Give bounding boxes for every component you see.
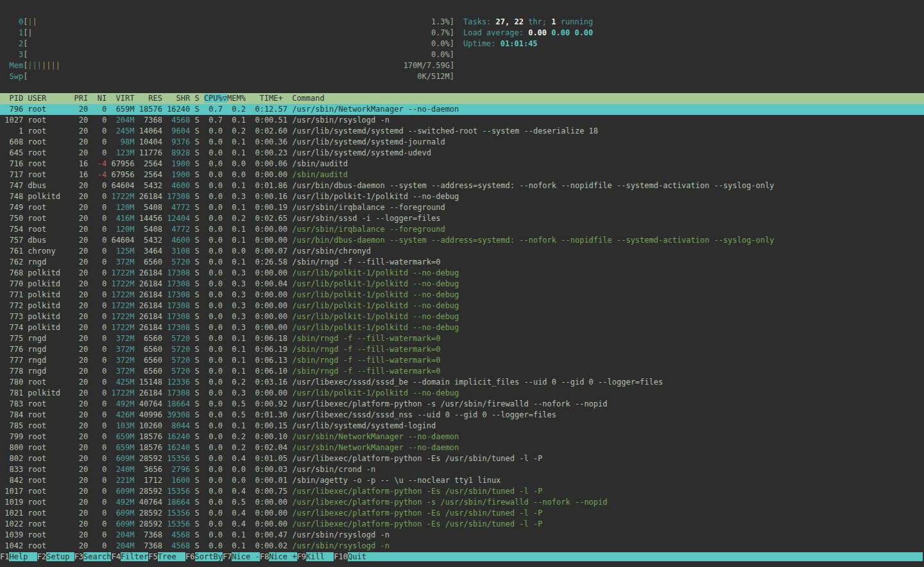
cell-res: 18576 (139, 443, 167, 452)
fnkey-f7-label[interactable]: Nice - (232, 552, 259, 561)
process-row[interactable]: 833 root 20 0 240M 3656 2796 S 0.0 0.0 0… (0, 464, 924, 475)
fnkey-f5[interactable]: F5 (148, 552, 157, 561)
process-row[interactable]: 778 rngd 20 0 372M 6560 5720 S 0.0 0.1 0… (0, 366, 924, 377)
cell-state: S (195, 137, 204, 146)
fnkey-f2[interactable]: F2 (37, 552, 46, 561)
fnkey-f2-label[interactable]: Setup (46, 552, 74, 561)
process-row[interactable]: 1022 root 20 0 609M 28592 15356 S 0.0 0.… (0, 519, 924, 530)
table-header-row[interactable]: PID USER PRI NI VIRT RES SHR S CPU%▽MEM%… (0, 93, 924, 104)
process-row[interactable]: 1021 root 20 0 609M 28592 15356 S 0.0 0.… (0, 508, 924, 519)
process-row[interactable]: 645 root 20 0 123M 11776 8928 S 0.0 0.1 … (0, 148, 924, 159)
cell-nice: 0 (93, 367, 112, 376)
process-row[interactable]: 754 root 20 0 120M 5408 4772 S 0.0 0.1 0… (0, 224, 924, 235)
process-row[interactable]: 777 rngd 20 0 372M 6560 5720 S 0.0 0.1 0… (0, 355, 924, 366)
process-row[interactable]: 749 root 20 0 120M 5408 4772 S 0.0 0.1 0… (0, 202, 924, 213)
cell-time: 0:06.13 (255, 356, 292, 365)
fnkey-f3-label[interactable]: Search (83, 552, 111, 561)
cell-time: 0:00.16 (255, 192, 292, 201)
cell-res: 3464 (139, 247, 167, 256)
cell-cpu-percent: 0.7 (204, 116, 227, 125)
fnkey-f1[interactable]: F1 (0, 552, 9, 561)
process-row[interactable]: 802 root 20 0 609M 28592 15356 S 0.0 0.4… (0, 453, 924, 464)
process-row[interactable]: 608 root 20 0 98M 10404 9376 S 0.0 0.1 0… (0, 137, 924, 148)
process-row[interactable]: 1019 root 20 0 492M 40764 18664 S 0.0 0.… (0, 497, 924, 508)
cell-mem-percent: 0.4 (227, 509, 255, 518)
cell-shr: 17308 (167, 388, 194, 397)
process-row[interactable]: 780 root 20 0 425M 15148 12336 S 0.0 0.2… (0, 377, 924, 388)
fnkey-f4[interactable]: F4 (111, 552, 120, 561)
process-row[interactable]: 771 polkitd 20 0 1722M 26184 17308 S 0.0… (0, 290, 924, 301)
fnkey-f8[interactable]: F8 (260, 552, 269, 561)
fnkey-f9-label[interactable]: Kill (306, 552, 334, 561)
fnkey-f8-label[interactable]: Nice + (269, 552, 296, 561)
process-row[interactable]: 781 polkitd 20 0 1722M 26184 17308 S 0.0… (0, 388, 924, 399)
process-row[interactable]: 775 rngd 20 0 372M 6560 5720 S 0.0 0.1 0… (0, 333, 924, 344)
process-row[interactable]: 774 polkitd 20 0 1722M 26184 17308 S 0.0… (0, 322, 924, 333)
fnkey-f5-label[interactable]: Tree (158, 552, 185, 561)
cell-res: 7368 (139, 116, 167, 125)
cell-nice: 0 (93, 247, 112, 256)
cell-res: 6560 (139, 257, 167, 266)
cell-virt: 204M (111, 530, 139, 539)
process-row[interactable]: 716 root 16 -4 67956 2564 1900 S 0.0 0.0… (0, 159, 924, 170)
process-row[interactable]: 773 polkitd 20 0 1722M 26184 17308 S 0.0… (0, 311, 924, 322)
fnkey-f6[interactable]: F6 (185, 552, 194, 561)
cell-shr: 15356 (167, 519, 194, 528)
process-row[interactable]: 796 root 20 0 659M 18576 16240 S 0.7 0.2… (0, 104, 924, 115)
meter-bar: | (28, 17, 32, 26)
fnkey-f10[interactable]: F10 (334, 552, 348, 561)
process-row[interactable]: 800 root 20 0 659M 18576 16240 S 0.0 0.2… (0, 442, 924, 453)
process-row[interactable]: 762 rngd 20 0 372M 6560 5720 S 0.0 0.1 0… (0, 257, 924, 268)
process-row[interactable]: 1017 root 20 0 609M 28592 15356 S 0.0 0.… (0, 486, 924, 497)
cell-user: dbus (28, 236, 74, 245)
tasks-line-segment: 27, (496, 17, 515, 26)
cell-command: /usr/libexec/sssd/sssd_be --domain impli… (292, 378, 663, 387)
process-row[interactable]: 747 dbus 20 0 64604 5432 4600 S 0.0 0.1 … (0, 180, 924, 191)
fnkey-f3[interactable]: F3 (74, 552, 83, 561)
process-row[interactable]: 785 root 20 0 103M 10260 8044 S 0.0 0.1 … (0, 421, 924, 432)
sort-column-cpu[interactable]: CPU%▽ (204, 94, 227, 103)
cell-cpu-percent: 0.0 (204, 159, 227, 168)
cell-user: root (28, 225, 74, 234)
cell-time: 0:00.00 (255, 323, 292, 332)
meter-fill (28, 39, 431, 48)
column-headers-left[interactable]: PID USER PRI NI VIRT RES SHR S (0, 94, 204, 103)
fnkey-f4-label[interactable]: Filter (121, 552, 148, 561)
uptime-line: Uptime: 01:01:45 (463, 39, 593, 49)
cell-pid: 799 (0, 432, 28, 441)
fnkey-f6-label[interactable]: SortBy (195, 552, 223, 561)
process-row[interactable]: 1 root 20 0 245M 14064 9604 S 0.0 0.2 0:… (0, 126, 924, 137)
process-row[interactable]: 772 polkitd 20 0 1722M 26184 17308 S 0.0… (0, 301, 924, 311)
process-row[interactable]: 783 root 20 0 492M 40764 18664 S 0.0 0.5… (0, 399, 924, 410)
process-row[interactable]: 799 root 20 0 659M 18576 16240 S 0.0 0.2… (0, 432, 924, 442)
process-row[interactable]: 1039 root 20 0 204M 7368 4568 S 0.0 0.1 … (0, 530, 924, 541)
process-row[interactable]: 750 root 20 0 416M 14456 12404 S 0.0 0.2… (0, 213, 924, 224)
process-row[interactable]: 768 polkitd 20 0 1722M 26184 17308 S 0.0… (0, 268, 924, 279)
process-row[interactable]: 757 dbus 20 0 64604 5432 4600 S 0.0 0.1 … (0, 235, 924, 246)
column-headers-right[interactable]: MEM% TIME+ Command (227, 94, 923, 103)
process-row[interactable]: 842 root 20 0 221M 1712 1600 S 0.0 0.0 0… (0, 475, 924, 486)
process-row[interactable]: 1027 root 20 0 204M 7368 4568 S 0.7 0.1 … (0, 115, 924, 126)
cell-nice: -4 (93, 159, 112, 168)
process-row[interactable]: 1042 root 20 0 204M 7368 4568 S 0.0 0.1 … (0, 541, 924, 552)
cell-mem-percent: 0.4 (227, 454, 255, 463)
fnkey-f1-label[interactable]: Help (9, 552, 37, 561)
fnkey-f9[interactable]: F9 (297, 552, 306, 561)
cell-res: 40764 (139, 399, 167, 408)
process-row[interactable]: 717 root 16 -4 67956 2564 1900 S 0.0 0.0… (0, 170, 924, 180)
fnkey-f10-label[interactable]: Quit (348, 552, 923, 561)
cell-shr: 3108 (167, 247, 194, 256)
cell-shr: 17308 (167, 301, 194, 310)
process-row[interactable]: 748 polkitd 20 0 1722M 26184 17308 S 0.0… (0, 191, 924, 202)
process-row[interactable]: 776 rngd 20 0 372M 6560 5720 S 0.0 0.1 0… (0, 344, 924, 355)
fnkey-f7[interactable]: F7 (223, 552, 232, 561)
cell-time: 0:00.06 (255, 159, 292, 168)
process-row[interactable]: 770 polkitd 20 0 1722M 26184 17308 S 0.0… (0, 279, 924, 290)
cell-command: /usr/lib/systemd/systemd-logind (292, 421, 436, 430)
process-row[interactable]: 761 chrony 20 0 125M 3464 3108 S 0.0 0.0… (0, 246, 924, 257)
cell-state: S (195, 345, 204, 354)
process-row[interactable]: 784 root 20 0 426M 40996 39308 S 0.0 0.5… (0, 410, 924, 421)
cell-mem-percent: 0.4 (227, 487, 255, 496)
cell-state: S (195, 421, 204, 430)
cell-nice: 0 (93, 476, 112, 485)
